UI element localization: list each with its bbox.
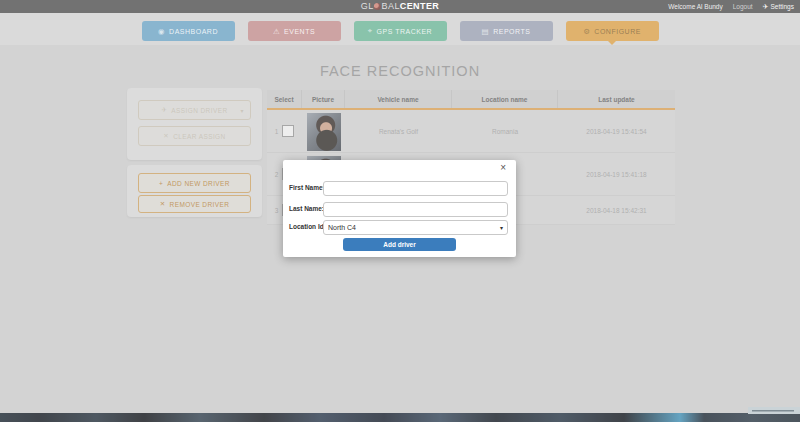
first-name-field-row: First Name:* [283, 181, 516, 196]
add-driver-modal: × First Name:* Last Name:* Location Id: … [283, 160, 516, 257]
location-id-input[interactable] [323, 220, 508, 235]
first-name-input[interactable] [323, 181, 508, 196]
location-id-label: Location Id: [289, 223, 326, 230]
close-icon[interactable]: × [500, 163, 506, 173]
location-id-combobox: ▾ [323, 220, 508, 235]
last-name-input[interactable] [323, 202, 508, 217]
last-name-field-row: Last Name:* [283, 202, 516, 217]
location-id-field-row: Location Id: ▾ [283, 220, 516, 235]
add-driver-submit-button[interactable]: Add driver [343, 238, 456, 251]
app-window: GLBALCENTER Welcome Al Bundy Logout ✈Set… [0, 0, 800, 422]
